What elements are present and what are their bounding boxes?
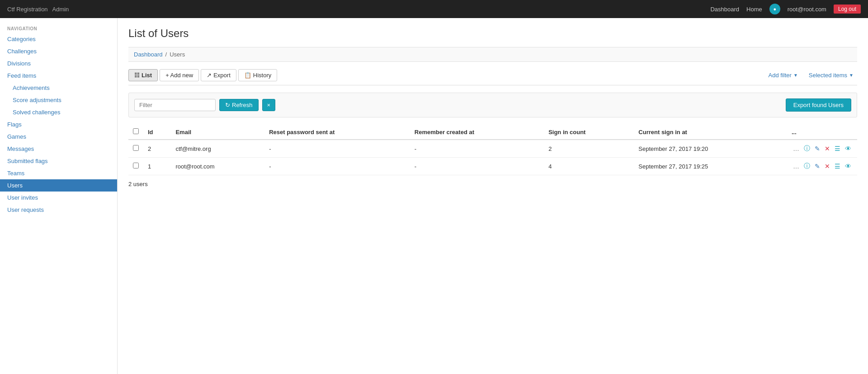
top-navigation: Ctf Registration Admin Dashboard Home ● … [0, 0, 868, 18]
export-found-button[interactable]: Export found Users [786, 98, 851, 112]
export-icon: ↗ [207, 72, 212, 79]
user-email: root@root.com [788, 6, 826, 13]
page-title: List of Users [128, 27, 857, 40]
clear-filter-button[interactable]: × [262, 99, 276, 111]
table-footer: 2 users [128, 177, 857, 191]
row-actions: … ⓘ ✎ ✕ ☰ 👁 [787, 140, 857, 158]
sidebar-item-challenges[interactable]: Challenges [0, 45, 117, 57]
sidebar-item-flags[interactable]: Flags [0, 118, 117, 131]
logout-button[interactable]: Log out [834, 5, 861, 14]
th-email: Email [171, 125, 264, 140]
row-id: 1 [143, 158, 171, 175]
sidebar-item-solved-challenges[interactable]: Solved challenges [0, 106, 117, 118]
row-info-icon[interactable]: ⓘ [802, 144, 811, 154]
add-filter-arrow: ▼ [793, 73, 798, 78]
row-current-sign-in: September 27, 2017 19:20 [634, 140, 787, 158]
th-actions: ... [787, 125, 857, 140]
row-more-icon[interactable]: … [792, 162, 801, 171]
breadcrumb-parent[interactable]: Dashboard [134, 51, 163, 58]
sidebar: NAVIGATION Categories Challenges Divisio… [0, 18, 118, 374]
sidebar-item-categories[interactable]: Categories [0, 33, 117, 45]
row-copy-icon[interactable]: ☰ [833, 162, 842, 171]
list-button[interactable]: ☷ List [128, 69, 158, 81]
refresh-button[interactable]: ↻ Refresh [219, 99, 259, 111]
top-nav-links: Dashboard Home ● root@root.com Log out [710, 4, 861, 14]
sidebar-item-user-invites[interactable]: User invites [0, 192, 117, 204]
main-content: List of Users Dashboard / Users ☷ List +… [118, 18, 868, 374]
selected-items-button[interactable]: Selected items ▼ [805, 70, 857, 81]
row-edit-icon[interactable]: ✎ [813, 162, 821, 171]
toolbar-right: Add filter ▼ Selected items ▼ [765, 70, 857, 81]
sidebar-item-achievements[interactable]: Achievements [0, 82, 117, 94]
sidebar-item-feed-items[interactable]: Feed items [0, 70, 117, 82]
selected-items-arrow: ▼ [849, 73, 854, 78]
nav-dashboard[interactable]: Dashboard [710, 6, 739, 13]
nav-home[interactable]: Home [746, 6, 762, 13]
row-actions: … ⓘ ✎ ✕ ☰ 👁 [787, 158, 857, 175]
row-sign-in-count: 2 [544, 140, 634, 158]
export-button[interactable]: ↗ Export [201, 69, 236, 81]
breadcrumb: Dashboard / Users [128, 47, 857, 62]
table-body: 2 ctf@mitre.org - - 2 September 27, 2017… [128, 140, 857, 175]
toolbar: ☷ List + Add new ↗ Export 📋 History Add … [128, 69, 857, 85]
refresh-icon: ↻ [225, 102, 230, 108]
row-edit-icon[interactable]: ✎ [813, 144, 821, 153]
row-checkbox[interactable] [133, 145, 139, 151]
list-icon: ☷ [134, 72, 140, 79]
row-remember-created: - [410, 158, 544, 175]
row-view-icon[interactable]: 👁 [844, 162, 853, 171]
sidebar-item-users[interactable]: Users [0, 179, 117, 192]
nav-label: NAVIGATION [0, 23, 117, 33]
sidebar-item-user-requests[interactable]: User requests [0, 204, 117, 216]
row-reset-password: - [264, 158, 410, 175]
row-more-icon[interactable]: … [792, 144, 801, 153]
breadcrumb-separator: / [165, 51, 167, 58]
row-sign-in-count: 4 [544, 158, 634, 175]
row-info-icon[interactable]: ⓘ [802, 161, 811, 171]
breadcrumb-current: Users [170, 51, 185, 58]
brand-name: Ctf Registration [7, 6, 48, 13]
row-checkbox[interactable] [133, 163, 139, 168]
history-icon: 📋 [244, 72, 251, 79]
filter-input[interactable] [134, 99, 216, 111]
row-checkbox-cell [128, 140, 143, 158]
sidebar-item-score-adjustments[interactable]: Score adjustments [0, 94, 117, 106]
history-button[interactable]: 📋 History [238, 69, 277, 81]
table-row: 1 root@root.com - - 4 September 27, 2017… [128, 158, 857, 175]
users-table: Id Email Reset password sent at Remember… [128, 125, 857, 175]
select-all-checkbox[interactable] [133, 128, 139, 134]
add-new-button[interactable]: + Add new [160, 69, 199, 81]
row-reset-password: - [264, 140, 410, 158]
row-current-sign-in: September 27, 2017 19:25 [634, 158, 787, 175]
app-brand: Ctf Registration Admin [7, 5, 69, 13]
row-email: ctf@mitre.org [171, 140, 264, 158]
sidebar-item-submitted-flags[interactable]: Submitted flags [0, 155, 117, 167]
row-id: 2 [143, 140, 171, 158]
filter-bar: ↻ Refresh × Export found Users [128, 93, 857, 117]
th-reset-password: Reset password sent at [264, 125, 410, 140]
sidebar-item-games[interactable]: Games [0, 131, 117, 143]
row-delete-icon[interactable]: ✕ [823, 162, 831, 171]
th-id: Id [143, 125, 171, 140]
table-row: 2 ctf@mitre.org - - 2 September 27, 2017… [128, 140, 857, 158]
row-remember-created: - [410, 140, 544, 158]
sidebar-item-teams[interactable]: Teams [0, 167, 117, 179]
add-filter-button[interactable]: Add filter ▼ [765, 70, 802, 81]
table-header: Id Email Reset password sent at Remember… [128, 125, 857, 140]
brand-sub: Admin [52, 6, 69, 13]
th-sign-in-count: Sign in count [544, 125, 634, 140]
th-remember-created: Remember created at [410, 125, 544, 140]
th-checkbox [128, 125, 143, 140]
sidebar-item-messages[interactable]: Messages [0, 143, 117, 155]
sidebar-item-divisions[interactable]: Divisions [0, 57, 117, 70]
row-email: root@root.com [171, 158, 264, 175]
row-copy-icon[interactable]: ☰ [833, 144, 842, 153]
row-checkbox-cell [128, 158, 143, 175]
user-icon: ● [769, 4, 780, 14]
th-current-sign-in: Current sign in at [634, 125, 787, 140]
row-delete-icon[interactable]: ✕ [823, 144, 831, 153]
row-view-icon[interactable]: 👁 [844, 144, 853, 153]
